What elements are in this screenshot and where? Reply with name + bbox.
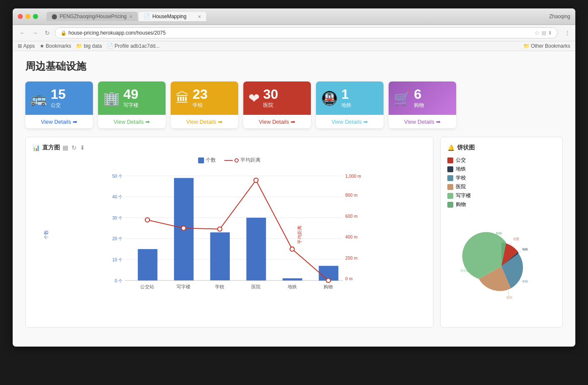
download-chart-icon[interactable]: ⬇: [80, 144, 85, 151]
hospital-view-details-button[interactable]: View Details ➡: [243, 115, 311, 128]
bar-bus[interactable]: [138, 249, 157, 280]
tab-housemapping[interactable]: 📄 HouseMapping ✕: [139, 12, 206, 21]
svg-text:写字楼: 写字楼: [177, 284, 191, 289]
office-view-details-button[interactable]: View Details ➡: [98, 115, 166, 128]
hospital-label: 医院: [263, 102, 273, 109]
pie-legend-office: 写字楼: [447, 192, 555, 199]
page-content: 周边基础设施 🚌 15 公交 View Details ➡: [13, 51, 575, 347]
legend-avg-label: 平均距离: [240, 157, 261, 164]
metro-label: 地铁: [341, 102, 351, 109]
pie-label-shopping: 购物: [456, 201, 466, 208]
line-point-office: [181, 226, 185, 230]
svg-text:0 个: 0 个: [114, 279, 122, 283]
bar-hospital[interactable]: [246, 218, 266, 281]
pie-legend-hospital: 医院: [447, 183, 555, 190]
stat-card-top-metro: 🚇 1 地铁: [316, 81, 384, 115]
svg-text:400 m: 400 m: [346, 235, 358, 239]
tab-label: HouseMapping: [152, 14, 187, 19]
apps-label: Apps: [23, 43, 35, 49]
metro-view-details-button[interactable]: View Details ➡: [316, 115, 384, 128]
pie-color-bus: [447, 157, 453, 163]
tabs-bar: ⬤ PENGZhaoqing/HousePricing ✕ 📄 HouseMap…: [46, 12, 546, 21]
back-button[interactable]: ←: [18, 29, 27, 37]
bookmark-profile[interactable]: 📄 Profile adb1ac7dd...: [107, 43, 160, 49]
school-label: 学校: [193, 102, 203, 109]
menu-icon[interactable]: ⋮: [564, 30, 570, 36]
pie-legend-bus: 公交: [447, 157, 555, 164]
pie-label-text-hospital: 医院: [506, 296, 512, 299]
school-count: 23: [193, 87, 208, 101]
pie-label-hospital: 医院: [456, 183, 466, 190]
forward-button[interactable]: →: [30, 29, 40, 37]
bookmark-bigdata[interactable]: 📁 big data: [76, 43, 102, 49]
bookmark-bookmarks[interactable]: ★ Bookmarks: [40, 43, 71, 49]
close-button[interactable]: [18, 14, 23, 19]
view-details-label: View Details: [404, 119, 434, 125]
arrow-icon: ➡: [218, 119, 223, 125]
tab-close-button[interactable]: ✕: [198, 14, 201, 19]
view-details-label: View Details: [114, 119, 144, 125]
pie-color-shopping: [447, 202, 453, 208]
y-right-label: 平均距离: [297, 225, 302, 244]
stat-cards: 🚌 15 公交 View Details ➡ 🏢 49 写: [25, 81, 563, 128]
table-icon[interactable]: ▤: [63, 144, 68, 151]
stat-card-top-office: 🏢 49 写字楼: [98, 81, 166, 115]
minimize-button[interactable]: [25, 14, 30, 19]
line-point-bus: [145, 218, 150, 222]
tab-github[interactable]: ⬤ PENGZhaoqing/HousePricing ✕: [46, 12, 138, 21]
svg-text:学校: 学校: [215, 284, 224, 289]
chart-legend: 个数 平均距离: [33, 157, 426, 164]
svg-text:购物: 购物: [324, 284, 333, 289]
bus-count: 15: [51, 87, 66, 101]
other-bookmarks-label: Other Bookmarks: [531, 43, 570, 49]
bookmark-other[interactable]: 📁 Other Bookmarks: [523, 43, 570, 49]
metro-icon: 🚇: [321, 90, 338, 106]
metro-count: 1: [341, 87, 349, 101]
folder-icon: 📁: [76, 43, 82, 49]
legend-count: 个数: [198, 157, 216, 164]
svg-text:0 m: 0 m: [346, 277, 353, 281]
svg-text:地铁: 地铁: [287, 284, 297, 289]
pie-label-school: 学校: [456, 174, 466, 182]
svg-text:20 个: 20 个: [112, 236, 122, 241]
stat-card-bus: 🚌 15 公交 View Details ➡: [25, 81, 93, 128]
chart-actions: ▤ ↻ ⬇: [63, 144, 85, 151]
maximize-button[interactable]: [33, 14, 38, 19]
line-point-shopping: [326, 278, 330, 282]
pie-svg: 公交 地铁 学校 医院 写字楼 购物: [451, 216, 552, 317]
user-label: Zhaoqing: [549, 14, 570, 19]
svg-text:200 m: 200 m: [346, 256, 358, 260]
line-point-school: [218, 227, 222, 231]
tab-label: PENGZhaoqing/HousePricing: [60, 14, 127, 19]
shopping-icon: 🛒: [394, 90, 411, 106]
bus-label: 公交: [51, 102, 61, 109]
pie-legend: 公交 地铁 学校 医院: [447, 157, 555, 208]
bar-school[interactable]: [210, 232, 230, 280]
tab-close-button[interactable]: ✕: [129, 14, 133, 19]
pie-legend-shopping: 购物: [447, 201, 555, 208]
bar-metro[interactable]: [283, 278, 302, 280]
line-point-metro: [290, 247, 294, 251]
arrow-icon: ➡: [145, 119, 150, 125]
svg-text:800 m: 800 m: [346, 193, 358, 198]
page-title: 周边基础设施: [25, 60, 563, 73]
stat-card-top-shopping: 🛒 6 购物: [389, 81, 456, 115]
nav-bar: ← → ↻ 🔒 house-pricing.herokuapp.com/hous…: [13, 25, 575, 41]
pie-color-hospital: [447, 184, 453, 190]
svg-text:公交站: 公交站: [140, 284, 154, 289]
svg-text:600 m: 600 m: [346, 214, 358, 219]
avg-line: [224, 160, 233, 161]
arrow-icon: ➡: [436, 119, 441, 125]
svg-text:30 个: 30 个: [112, 216, 122, 220]
bus-view-details-button[interactable]: View Details ➡: [25, 115, 93, 128]
apps-grid-icon: ⊞: [18, 43, 22, 49]
shopping-view-details-button[interactable]: View Details ➡: [389, 115, 456, 128]
pie-icon: 🔔: [447, 144, 455, 151]
refresh-icon[interactable]: ↻: [71, 144, 76, 151]
lock-icon: 🔒: [60, 30, 67, 36]
bookmark-apps[interactable]: ⊞ Apps: [18, 43, 35, 49]
reload-button[interactable]: ↻: [43, 29, 52, 37]
school-view-details-button[interactable]: View Details ➡: [171, 115, 238, 128]
url-bar[interactable]: 🔒 house-pricing.herokuapp.com/houses/207…: [55, 27, 558, 38]
bookmark-star-icon[interactable]: ☆: [534, 30, 540, 36]
